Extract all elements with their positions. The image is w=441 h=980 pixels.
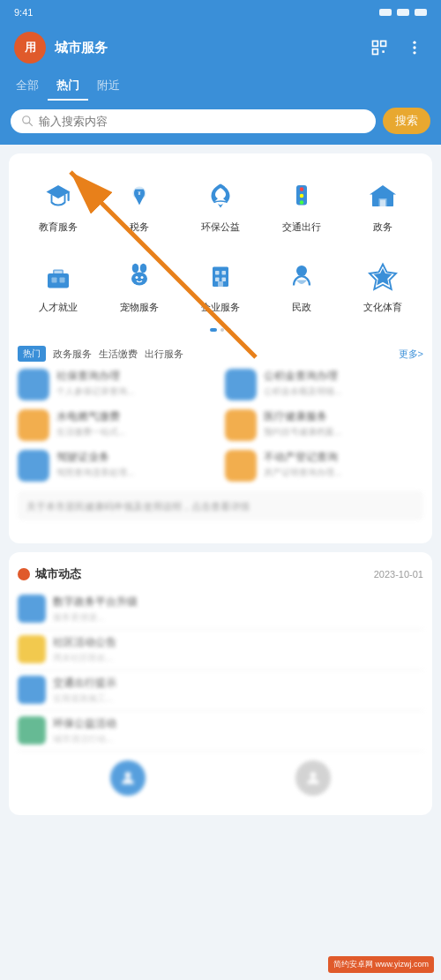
traffic-icon bbox=[282, 176, 321, 215]
svg-rect-23 bbox=[55, 271, 63, 273]
category-eco[interactable]: 环保公益 bbox=[180, 168, 261, 243]
section2-card: 城市动态 2023-10-01 数字政务平台升级 服务更便捷... 社区活动公告… bbox=[9, 552, 432, 815]
notice-text: 关于本市居民健康码申领及使用说明，点击查看详情 bbox=[26, 501, 250, 512]
list-item-2[interactable]: 社区活动公告 周末社区联欢... bbox=[18, 630, 423, 670]
list-content-3: 交通出行提示 近期道路施工... bbox=[53, 676, 423, 705]
section-link-2[interactable]: 生活缴费 bbox=[99, 348, 138, 361]
category-civil[interactable]: 民政 bbox=[261, 248, 342, 323]
list-icon-4 bbox=[18, 716, 46, 744]
list-title-3: 交通出行提示 bbox=[53, 676, 423, 691]
service-desc-5: 驾照查询违章处理... bbox=[56, 467, 216, 479]
svg-marker-18 bbox=[370, 185, 396, 195]
scan-icon[interactable] bbox=[367, 35, 392, 60]
header-title: 城市服务 bbox=[55, 40, 358, 56]
category-job[interactable]: 人才就业 bbox=[18, 248, 99, 323]
service-grid: 社保查询办理 个人参保记录查询... 公积金查询办理 公积金余额及明细... 水… bbox=[18, 369, 423, 482]
tax-icon: ¥ bbox=[120, 176, 159, 215]
gov-icon bbox=[363, 176, 402, 215]
job-label: 人才就业 bbox=[39, 301, 78, 314]
service-item-1[interactable]: 社保查询办理 个人参保记录查询... bbox=[18, 369, 216, 400]
more-icon[interactable] bbox=[402, 35, 427, 60]
svg-point-29 bbox=[136, 276, 138, 279]
tab-nearby[interactable]: 附近 bbox=[88, 72, 129, 101]
service-text-1: 社保查询办理 个人参保记录查询... bbox=[56, 369, 216, 398]
service-item-5[interactable]: 驾驶证业务 驾照查询违章处理... bbox=[18, 450, 216, 482]
pet-label: 宠物服务 bbox=[120, 301, 159, 314]
list-item-1[interactable]: 数字政务平台升级 服务更便捷... bbox=[18, 589, 423, 630]
search-input-wrap[interactable] bbox=[11, 109, 376, 133]
svg-rect-2 bbox=[373, 49, 378, 55]
section-link-1[interactable]: 政务服务 bbox=[53, 348, 92, 361]
service-text-6: 不动产登记查询 房产证明查询办理... bbox=[264, 450, 423, 479]
search-input[interactable] bbox=[39, 115, 365, 128]
service-text-5: 驾驶证业务 驾照查询违章处理... bbox=[56, 450, 216, 479]
category-grid-row2: 人才就业 宠物服务 bbox=[18, 248, 423, 323]
pagination-dots bbox=[18, 328, 423, 332]
avatar-1[interactable] bbox=[110, 760, 146, 796]
category-culture[interactable]: 文化体育 bbox=[342, 248, 423, 323]
service-title-5: 驾驶证业务 bbox=[56, 450, 216, 465]
battery-icon bbox=[415, 9, 427, 16]
service-icon-4 bbox=[225, 409, 257, 441]
search-bar: 搜索 bbox=[0, 101, 441, 145]
svg-point-30 bbox=[141, 276, 144, 279]
list-item-4[interactable]: 环保公益活动 城市清洁行动... bbox=[18, 711, 423, 752]
category-gov[interactable]: 政务 bbox=[342, 168, 423, 243]
service-title-3: 水电燃气缴费 bbox=[56, 409, 216, 424]
section-link-3[interactable]: 出行服务 bbox=[145, 348, 183, 361]
service-text-3: 水电燃气缴费 生活缴费一站式... bbox=[56, 409, 216, 438]
pet-icon bbox=[120, 257, 159, 295]
header: 用 城市服务 bbox=[0, 25, 441, 72]
bottom-avatars bbox=[18, 752, 423, 801]
list-title-1: 数字政务平台升级 bbox=[53, 595, 423, 610]
status-time: 9:41 bbox=[14, 7, 33, 18]
section-title-bar: 热门 政务服务 生活缴费 出行服务 更多> bbox=[18, 340, 423, 369]
category-education[interactable]: 教育服务 bbox=[18, 168, 99, 243]
civil-label: 民政 bbox=[292, 301, 311, 314]
service-item-2[interactable]: 公积金查询办理 公积金余额及明细... bbox=[225, 369, 423, 400]
service-desc-6: 房产证明查询办理... bbox=[264, 467, 423, 479]
category-traffic[interactable]: 交通出行 bbox=[261, 168, 342, 243]
svg-rect-24 bbox=[52, 278, 57, 283]
search-button[interactable]: 搜索 bbox=[383, 108, 430, 134]
svg-point-4 bbox=[413, 41, 415, 44]
svg-point-16 bbox=[300, 200, 304, 205]
search-icon bbox=[21, 115, 34, 127]
category-pet[interactable]: 宠物服务 bbox=[99, 248, 180, 323]
service-item-4[interactable]: 医疗健康服务 预约挂号健康档案... bbox=[225, 409, 423, 441]
service-item-6[interactable]: 不动产登记查询 房产证明查询办理... bbox=[225, 450, 423, 482]
svg-point-27 bbox=[140, 264, 147, 273]
signal-icon bbox=[379, 9, 392, 16]
avatar[interactable]: 用 bbox=[14, 32, 46, 64]
list-content-1: 数字政务平台升级 服务更便捷... bbox=[53, 595, 423, 624]
traffic-label: 交通出行 bbox=[282, 221, 321, 234]
tab-all[interactable]: 全部 bbox=[7, 72, 48, 101]
tab-hot[interactable]: 热门 bbox=[48, 72, 88, 101]
svg-rect-0 bbox=[373, 41, 378, 47]
service-icon-5 bbox=[18, 450, 49, 482]
service-item-3[interactable]: 水电燃气缴费 生活缴费一站式... bbox=[18, 409, 216, 441]
job-icon bbox=[39, 257, 78, 295]
civil-icon bbox=[282, 257, 321, 295]
category-enterprise[interactable]: 企业服务 bbox=[180, 248, 261, 323]
category-grid-row1: 教育服务 ¥ 税务 环保公益 bbox=[18, 168, 423, 243]
section2-title: 城市动态 bbox=[18, 566, 81, 582]
list-content-2: 社区活动公告 周末社区联欢... bbox=[53, 635, 423, 664]
notice-row[interactable]: 关于本市居民健康码申领及使用说明，点击查看详情 bbox=[18, 490, 423, 520]
service-text-4: 医疗健康服务 预约挂号健康档案... bbox=[264, 409, 423, 438]
enterprise-label: 企业服务 bbox=[201, 301, 240, 314]
service-desc-3: 生活缴费一站式... bbox=[56, 426, 216, 438]
avatar-2[interactable] bbox=[295, 760, 331, 796]
education-icon bbox=[39, 176, 78, 215]
tax-label: 税务 bbox=[130, 221, 149, 234]
service-title-4: 医疗健康服务 bbox=[264, 409, 423, 424]
dot-2 bbox=[220, 328, 224, 332]
section-more[interactable]: 更多> bbox=[399, 348, 423, 361]
list-item-3[interactable]: 交通出行提示 近期道路施工... bbox=[18, 670, 423, 711]
svg-rect-36 bbox=[218, 281, 223, 287]
service-desc-1: 个人参保记录查询... bbox=[56, 385, 216, 398]
status-bar: 9:41 bbox=[0, 0, 441, 25]
section-tag: 热门 bbox=[18, 346, 46, 362]
category-tax[interactable]: ¥ 税务 bbox=[99, 168, 180, 243]
list-icon-1 bbox=[18, 595, 46, 623]
